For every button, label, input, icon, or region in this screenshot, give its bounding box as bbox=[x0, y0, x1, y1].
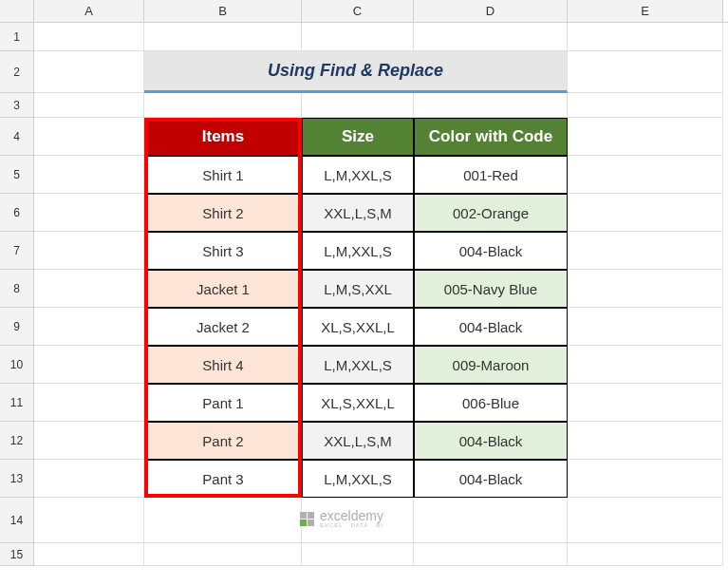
cell-a14[interactable] bbox=[34, 498, 144, 543]
cell-e13[interactable] bbox=[568, 460, 723, 498]
cell-b15[interactable] bbox=[144, 543, 302, 566]
col-header-e[interactable]: E bbox=[568, 0, 723, 22]
row-header-8[interactable]: 8 bbox=[0, 270, 34, 308]
cell-e1[interactable] bbox=[568, 23, 723, 51]
cell-color-13[interactable]: 004-Black bbox=[414, 460, 568, 498]
row-header-3[interactable]: 3 bbox=[0, 93, 34, 118]
cell-d3[interactable] bbox=[414, 93, 568, 118]
cell-a8[interactable] bbox=[34, 270, 144, 308]
cell-size-5[interactable]: L,M,XXL,S bbox=[302, 156, 414, 194]
row-header-14[interactable]: 14 bbox=[0, 498, 34, 543]
cell-item-5[interactable]: Shirt 1 bbox=[144, 156, 302, 194]
cell-a13[interactable] bbox=[34, 460, 144, 498]
cell-size-7[interactable]: L,M,XXL,S bbox=[302, 232, 414, 270]
cell-item-11[interactable]: Pant 1 bbox=[144, 384, 302, 422]
cell-c15[interactable] bbox=[302, 543, 414, 566]
cell-c1[interactable] bbox=[302, 23, 414, 51]
cell-d1[interactable] bbox=[414, 23, 568, 51]
cell-color-5[interactable]: 001-Red bbox=[414, 156, 568, 194]
watermark-tagline: EXCEL · DATA · BI bbox=[320, 522, 383, 528]
cell-e2[interactable] bbox=[568, 51, 723, 93]
header-items[interactable]: Items bbox=[144, 118, 302, 156]
watermark-logo-icon bbox=[300, 512, 314, 526]
cell-a6[interactable] bbox=[34, 194, 144, 232]
cell-e12[interactable] bbox=[568, 422, 723, 460]
row-header-1[interactable]: 1 bbox=[0, 23, 34, 51]
cell-size-13[interactable]: L,M,XXL,S bbox=[302, 460, 414, 498]
col-header-d[interactable]: D bbox=[414, 0, 568, 22]
row-header-2[interactable]: 2 bbox=[0, 51, 34, 93]
cell-a9[interactable] bbox=[34, 308, 144, 346]
row-header-4[interactable]: 4 bbox=[0, 118, 34, 156]
cell-a1[interactable] bbox=[34, 23, 144, 51]
cell-e6[interactable] bbox=[568, 194, 723, 232]
column-headers: A B C D E bbox=[0, 0, 728, 23]
cell-e11[interactable] bbox=[568, 384, 723, 422]
cell-a10[interactable] bbox=[34, 346, 144, 384]
cells-area: Using Find & Replace Items Size Color wi… bbox=[34, 23, 728, 566]
cell-a7[interactable] bbox=[34, 232, 144, 270]
cell-e9[interactable] bbox=[568, 308, 723, 346]
cell-color-12[interactable]: 004-Black bbox=[414, 422, 568, 460]
cell-e8[interactable] bbox=[568, 270, 723, 308]
watermark-brand: exceldemy bbox=[320, 509, 383, 522]
row-header-6[interactable]: 6 bbox=[0, 194, 34, 232]
cell-b14[interactable] bbox=[144, 498, 302, 543]
row-header-12[interactable]: 12 bbox=[0, 422, 34, 460]
row-headers: 1 2 3 4 5 6 7 8 9 10 11 12 13 14 15 bbox=[0, 23, 34, 566]
cell-size-9[interactable]: XL,S,XXL,L bbox=[302, 308, 414, 346]
cell-color-10[interactable]: 009-Maroon bbox=[414, 346, 568, 384]
watermark: exceldemy EXCEL · DATA · BI bbox=[300, 509, 383, 528]
title-cell[interactable]: Using Find & Replace bbox=[144, 51, 568, 93]
cell-size-12[interactable]: XXL,L,S,M bbox=[302, 422, 414, 460]
cell-b3[interactable] bbox=[144, 93, 302, 118]
cell-d15[interactable] bbox=[414, 543, 568, 566]
cell-item-13[interactable]: Pant 3 bbox=[144, 460, 302, 498]
cell-size-6[interactable]: XXL,L,S,M bbox=[302, 194, 414, 232]
col-header-c[interactable]: C bbox=[302, 0, 414, 22]
cell-size-8[interactable]: L,M,S,XXL bbox=[302, 270, 414, 308]
cell-a11[interactable] bbox=[34, 384, 144, 422]
cell-a4[interactable] bbox=[34, 118, 144, 156]
cell-c3[interactable] bbox=[302, 93, 414, 118]
row-header-7[interactable]: 7 bbox=[0, 232, 34, 270]
header-color[interactable]: Color with Code bbox=[414, 118, 568, 156]
cell-item-8[interactable]: Jacket 1 bbox=[144, 270, 302, 308]
cell-e7[interactable] bbox=[568, 232, 723, 270]
cell-a2[interactable] bbox=[34, 51, 144, 93]
cell-a3[interactable] bbox=[34, 93, 144, 118]
watermark-text: exceldemy EXCEL · DATA · BI bbox=[320, 509, 383, 528]
cell-a5[interactable] bbox=[34, 156, 144, 194]
cell-b1[interactable] bbox=[144, 23, 302, 51]
row-header-11[interactable]: 11 bbox=[0, 384, 34, 422]
cell-color-9[interactable]: 004-Black bbox=[414, 308, 568, 346]
cell-color-11[interactable]: 006-Blue bbox=[414, 384, 568, 422]
cell-e15[interactable] bbox=[568, 543, 723, 566]
col-header-b[interactable]: B bbox=[144, 0, 302, 22]
cell-e4[interactable] bbox=[568, 118, 723, 156]
cell-item-9[interactable]: Jacket 2 bbox=[144, 308, 302, 346]
cell-e10[interactable] bbox=[568, 346, 723, 384]
cell-item-6[interactable]: Shirt 2 bbox=[144, 194, 302, 232]
cell-a15[interactable] bbox=[34, 543, 144, 566]
cell-e5[interactable] bbox=[568, 156, 723, 194]
cell-e3[interactable] bbox=[568, 93, 723, 118]
cell-size-10[interactable]: L,M,XXL,S bbox=[302, 346, 414, 384]
row-header-13[interactable]: 13 bbox=[0, 460, 34, 498]
row-header-9[interactable]: 9 bbox=[0, 308, 34, 346]
row-header-15[interactable]: 15 bbox=[0, 543, 34, 566]
row-header-10[interactable]: 10 bbox=[0, 346, 34, 384]
col-header-a[interactable]: A bbox=[34, 0, 144, 22]
cell-d14[interactable] bbox=[414, 498, 568, 543]
cell-e14[interactable] bbox=[568, 498, 723, 543]
cell-color-8[interactable]: 005-Navy Blue bbox=[414, 270, 568, 308]
cell-item-12[interactable]: Pant 2 bbox=[144, 422, 302, 460]
cell-a12[interactable] bbox=[34, 422, 144, 460]
cell-size-11[interactable]: XL,S,XXL,L bbox=[302, 384, 414, 422]
header-size[interactable]: Size bbox=[302, 118, 414, 156]
cell-color-7[interactable]: 004-Black bbox=[414, 232, 568, 270]
cell-item-10[interactable]: Shirt 4 bbox=[144, 346, 302, 384]
row-header-5[interactable]: 5 bbox=[0, 156, 34, 194]
cell-item-7[interactable]: Shirt 3 bbox=[144, 232, 302, 270]
cell-color-6[interactable]: 002-Orange bbox=[414, 194, 568, 232]
